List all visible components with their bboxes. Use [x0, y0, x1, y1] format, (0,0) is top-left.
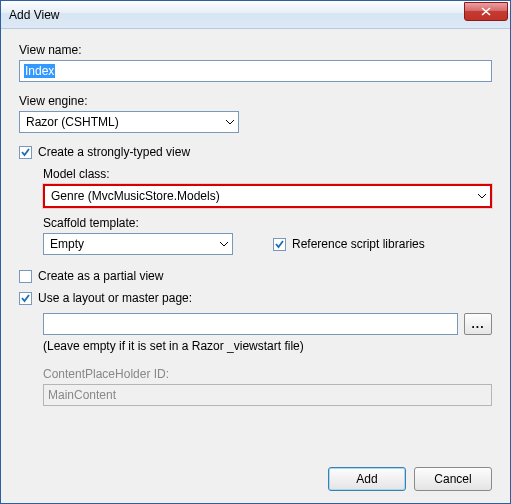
cancel-button[interactable]: Cancel — [414, 467, 492, 491]
chevron-down-icon — [220, 112, 238, 132]
browse-label: ... — [471, 317, 484, 331]
chevron-down-icon — [214, 234, 232, 254]
scaffold-label: Scaffold template: — [43, 216, 492, 230]
reference-scripts-checkbox[interactable] — [273, 238, 286, 251]
view-name-input[interactable]: Index — [19, 60, 492, 82]
titlebar: Add View — [1, 1, 510, 29]
reference-scripts-label: Reference script libraries — [292, 237, 425, 251]
browse-button[interactable]: ... — [464, 313, 492, 335]
strongly-typed-label: Create a strongly-typed view — [38, 145, 190, 159]
use-layout-checkbox[interactable] — [19, 292, 32, 305]
placeholder-id-input — [43, 384, 492, 406]
model-class-combo[interactable]: Genre (MvcMusicStore.Models) — [43, 184, 492, 208]
add-button-label: Add — [356, 472, 377, 486]
model-class-value: Genre (MvcMusicStore.Models) — [51, 189, 472, 203]
partial-view-checkbox[interactable] — [19, 270, 32, 283]
view-engine-label: View engine: — [19, 94, 492, 108]
layout-hint: (Leave empty if it is set in a Razor _vi… — [43, 339, 492, 353]
scaffold-combo[interactable]: Empty — [43, 233, 233, 255]
use-layout-label: Use a layout or master page: — [38, 291, 192, 305]
view-engine-value: Razor (CSHTML) — [26, 115, 220, 129]
view-engine-combo[interactable]: Razor (CSHTML) — [19, 111, 239, 133]
add-view-dialog: Add View View name: Index View engine: R… — [0, 0, 511, 504]
chevron-down-icon — [472, 186, 490, 206]
placeholder-id-label: ContentPlaceHolder ID: — [43, 367, 492, 381]
partial-view-label: Create as a partial view — [38, 269, 163, 283]
view-name-label: View name: — [19, 43, 492, 57]
add-button[interactable]: Add — [328, 467, 406, 491]
dialog-content: View name: Index View engine: Razor (CSH… — [1, 29, 510, 503]
view-name-value: Index — [24, 64, 55, 78]
close-button[interactable] — [464, 2, 508, 21]
layout-path-input[interactable] — [43, 313, 458, 335]
close-icon — [481, 7, 491, 16]
model-class-label: Model class: — [43, 167, 492, 181]
dialog-title: Add View — [9, 8, 464, 22]
strongly-typed-checkbox[interactable] — [19, 146, 32, 159]
scaffold-value: Empty — [50, 237, 214, 251]
cancel-button-label: Cancel — [434, 472, 471, 486]
